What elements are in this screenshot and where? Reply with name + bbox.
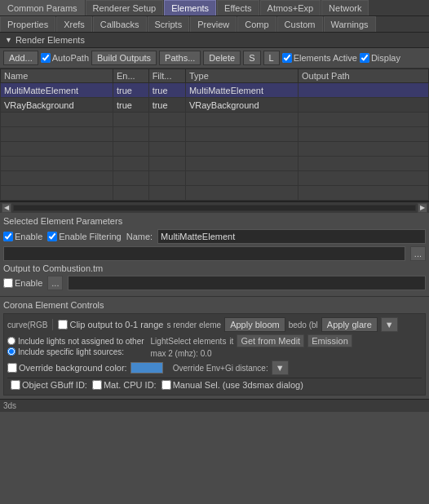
s-button[interactable]: S [243, 51, 260, 65]
manual-sel-label[interactable]: Manual Sel. (use 3dsmax dialog) [161, 380, 303, 390]
tab-bar-row2: Properties Xrefs Callbacks Scripts Previ… [0, 16, 429, 33]
horizontal-scrollbar[interactable]: ◀ ▶ [0, 201, 429, 213]
tab-scripts[interactable]: Scripts [148, 16, 190, 32]
override-bg-row: Override background color: Override Env+… [7, 360, 422, 375]
enable-label[interactable]: Enable [3, 232, 42, 241]
renders-elem-label: s render eleme [166, 321, 221, 329]
tab-atmos-exp[interactable]: Atmos+Exp [260, 0, 321, 15]
override-env-dropdown[interactable]: ▼ [272, 360, 289, 375]
scroll-left-arrow[interactable]: ◀ [2, 203, 11, 213]
enable-filtering-checkbox[interactable] [47, 232, 57, 241]
combustion-label: Output to Combustion.tm [3, 263, 103, 273]
combustion-dots-button[interactable]: ... [47, 276, 63, 290]
override-env-label: Override Env+Gi distance: [173, 364, 268, 373]
scroll-right-arrow[interactable]: ▶ [418, 203, 427, 213]
elements-active-checkbox[interactable] [282, 53, 292, 63]
tab-network[interactable]: Network [321, 0, 369, 15]
autopath-checkbox[interactable] [41, 53, 51, 63]
cell-name: VRayBackground [1, 98, 113, 113]
element-name-input[interactable] [157, 229, 426, 244]
apply-glare-button[interactable]: Apply glare [321, 317, 378, 332]
tab-common-params[interactable]: Common Params [0, 0, 85, 15]
output-path-row: ... [3, 246, 426, 261]
combustion-enable-row: Enable ... [3, 276, 426, 290]
lightselect-label: LightSelect elements [151, 337, 227, 346]
enable-checkbox[interactable] [3, 232, 13, 241]
override-bg-checkbox[interactable] [7, 363, 17, 373]
collapse-arrow[interactable]: ▼ [5, 36, 12, 44]
tab-xrefs[interactable]: Xrefs [56, 16, 92, 32]
radio-label-2[interactable]: Include specific light sources: [7, 347, 144, 356]
mat-cpu-label[interactable]: Mat. CPU ID: [92, 380, 157, 390]
tab-effects[interactable]: Effects [217, 0, 259, 15]
table-row-empty [1, 127, 429, 142]
paths-button[interactable]: Paths... [159, 51, 201, 65]
mat-cpu-checkbox[interactable] [92, 380, 102, 390]
max2-label: max 2 (mhz): 0.0 [151, 349, 352, 358]
corona-section: Corona Element Controls curve(RGB Clip o… [0, 297, 429, 399]
radio-group: Include lights not assigned to other Inc… [7, 337, 144, 356]
sep1 [52, 319, 53, 330]
tab-callbacks[interactable]: Callbacks [93, 16, 147, 32]
tab-renderer-setup[interactable]: Renderer Setup [86, 0, 164, 15]
params-title: Selected Element Parameters [3, 216, 426, 226]
render-elements-toolbar: Add... AutoPath Build Outputs Paths... D… [0, 48, 429, 69]
render-elements-title: ▼ Render Elements [0, 33, 429, 48]
combustion-enable-checkbox[interactable] [3, 278, 13, 288]
tab-properties[interactable]: Properties [0, 16, 55, 32]
radio-label-1[interactable]: Include lights not assigned to other [7, 337, 144, 346]
scroll-track[interactable] [13, 205, 416, 211]
table-row[interactable]: VRayBackground true true VRayBackground [1, 98, 429, 113]
corona-row-2: Include lights not assigned to other Inc… [7, 334, 422, 358]
combustion-path-input[interactable] [68, 276, 426, 290]
get-from-medit-button[interactable]: Get from Medit [237, 334, 304, 347]
selected-params-section: Selected Element Parameters Enable Enabl… [0, 213, 429, 297]
display-label[interactable]: Display [360, 53, 400, 63]
emission-button[interactable]: Emission [307, 334, 352, 347]
tab-comp[interactable]: Comp [237, 16, 276, 32]
apply-bloom-button[interactable]: Apply bloom [224, 317, 285, 332]
tab-bar-row1: Common Params Renderer Setup Elements Ef… [0, 0, 429, 16]
elements-active-label[interactable]: Elements Active [282, 53, 357, 63]
add-button[interactable]: Add... [3, 51, 38, 65]
render-elements-table-container: Name En... Filt... Type Output Path Mult… [0, 69, 429, 201]
tab-elements[interactable]: Elements [164, 0, 216, 15]
cell-output [299, 98, 429, 113]
override-bg-label[interactable]: Override background color: [7, 363, 127, 373]
l-button[interactable]: L [263, 51, 280, 65]
display-checkbox[interactable] [360, 53, 369, 63]
glare-dropdown[interactable]: ▼ [381, 317, 398, 332]
table-row-empty [1, 157, 429, 171]
radio-specific-lights[interactable] [7, 347, 15, 356]
tab-warnings[interactable]: Warnings [324, 16, 376, 32]
combustion-enable-label[interactable]: Enable [3, 278, 42, 288]
table-row-empty [1, 142, 429, 157]
bottom-checkboxes: Object GBuff ID: Mat. CPU ID: Manual Sel… [7, 378, 422, 391]
clip-label[interactable]: Clip output to 0-1 range [58, 320, 163, 329]
cell-enabled: true [113, 83, 149, 98]
manual-sel-checkbox[interactable] [161, 380, 171, 390]
autopath-checkbox-label[interactable]: AutoPath [41, 53, 89, 63]
combustion-row: Output to Combustion.tm [3, 263, 426, 273]
clip-checkbox[interactable] [58, 320, 68, 329]
col-output-path: Output Path [299, 69, 429, 83]
bedo-label: bedo (bl [289, 321, 318, 329]
tab-preview[interactable]: Preview [190, 16, 237, 32]
object-gb-label[interactable]: Object GBuff ID: [11, 380, 87, 390]
cell-filter: true [148, 98, 185, 113]
enable-filtering-label[interactable]: Enable Filtering [47, 232, 121, 241]
table-row-empty [1, 186, 429, 201]
output-path-browse-button[interactable]: ... [410, 246, 426, 261]
table-row[interactable]: MultiMatteElement true true MultiMatteEl… [1, 83, 429, 98]
col-type: Type [185, 69, 298, 83]
bg-color-swatch[interactable] [130, 362, 163, 374]
build-outputs-button[interactable]: Build Outputs [91, 51, 157, 65]
col-enabled: En... [113, 69, 149, 83]
corona-row-1: curve(RGB Clip output to 0-1 range s ren… [7, 317, 422, 332]
status-text: 3ds [3, 401, 16, 410]
output-path-input[interactable] [3, 246, 405, 261]
object-gb-checkbox[interactable] [11, 380, 20, 390]
delete-button[interactable]: Delete [203, 51, 241, 65]
tab-custom[interactable]: Custom [277, 16, 323, 32]
radio-all-lights[interactable] [7, 337, 15, 345]
